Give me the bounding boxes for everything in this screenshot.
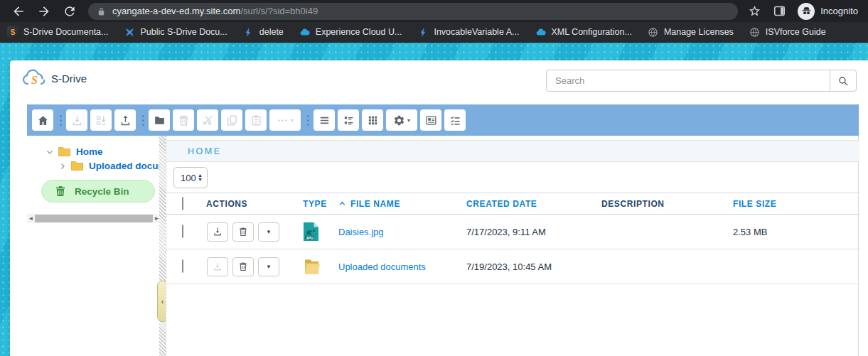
new-folder-icon bbox=[154, 114, 166, 126]
folder-name-link[interactable]: Uploaded documents bbox=[338, 261, 426, 272]
settings-button[interactable]: ▾ bbox=[386, 109, 417, 131]
download-button[interactable] bbox=[207, 222, 228, 242]
bookmark-item[interactable]: Manage Licenses bbox=[648, 26, 734, 38]
side-panel-icon[interactable] bbox=[773, 4, 786, 18]
search-box bbox=[546, 70, 857, 92]
bookmark-item[interactable]: delete bbox=[243, 26, 284, 38]
grid-view-icon bbox=[367, 114, 379, 126]
download-multiple-button bbox=[90, 109, 112, 131]
bookmark-star-icon[interactable] bbox=[748, 4, 761, 18]
tree-horizontal-scrollbar[interactable]: ◄ ► bbox=[27, 214, 161, 223]
caret-down-icon: ▾ bbox=[407, 117, 410, 124]
scroll-left-icon[interactable]: ◄ bbox=[27, 214, 35, 223]
globe-icon bbox=[749, 26, 761, 38]
bookmark-item[interactable]: InvocableVariable A... bbox=[417, 26, 519, 38]
jpg-file-icon: JPG bbox=[303, 222, 338, 242]
tree-item-uploaded-documents[interactable]: Uploaded documents bbox=[58, 158, 159, 173]
incognito-label: Incognito bbox=[820, 6, 858, 16]
file-size-cell: 2.53 MB bbox=[733, 227, 859, 237]
bookmark-item[interactable]: ISVforce Guide bbox=[749, 26, 826, 38]
home-icon bbox=[37, 114, 49, 126]
content-view-icon bbox=[425, 114, 437, 126]
caret-down-icon: ▼ bbox=[266, 229, 272, 235]
topbar-right: Incognito bbox=[748, 3, 868, 20]
page-size-value: 100 bbox=[181, 173, 198, 183]
column-header-type[interactable]: TYPE bbox=[303, 199, 338, 209]
stepper-down-icon[interactable]: ▼ bbox=[198, 178, 203, 182]
copy-button bbox=[221, 109, 242, 131]
bookmark-item[interactable]: XML Configuration... bbox=[535, 26, 631, 38]
paste-icon bbox=[250, 114, 262, 126]
download-button bbox=[66, 109, 87, 131]
search-input[interactable] bbox=[547, 70, 830, 91]
row-menu-button[interactable]: ▼ bbox=[258, 222, 279, 242]
search-button[interactable] bbox=[830, 70, 856, 91]
row-checkbox[interactable] bbox=[182, 259, 183, 273]
sort-ascending-icon bbox=[338, 200, 346, 207]
list-view-icon bbox=[318, 114, 331, 126]
reload-icon[interactable] bbox=[63, 4, 77, 18]
bookmark-label: XML Configuration... bbox=[551, 27, 631, 37]
url-bar[interactable]: cyangate-a-dev-ed.my.site.com/surl/s/?si… bbox=[88, 3, 738, 20]
upload-button[interactable] bbox=[114, 109, 136, 131]
home-button[interactable] bbox=[32, 109, 53, 131]
x-mark-icon bbox=[124, 26, 135, 38]
new-folder-button[interactable] bbox=[149, 109, 170, 131]
globe-icon bbox=[648, 26, 659, 38]
forward-icon[interactable] bbox=[37, 4, 51, 18]
lock-icon bbox=[97, 6, 106, 16]
column-header-created-date[interactable]: CREATED DATE bbox=[466, 199, 601, 209]
bookmark-item[interactable]: Public S-Drive Docu... bbox=[124, 26, 227, 38]
file-name-link[interactable]: Daisies.jpg bbox=[338, 227, 384, 237]
caret-down-icon: ▾ bbox=[291, 117, 294, 124]
content-view-button[interactable] bbox=[420, 109, 441, 131]
row-checkbox[interactable] bbox=[182, 225, 183, 238]
row-menu-button[interactable]: ▼ bbox=[258, 257, 279, 276]
recycle-bin-button[interactable]: Recycle Bin bbox=[41, 180, 155, 203]
scrollbar-thumb[interactable] bbox=[35, 215, 153, 222]
lightning-icon bbox=[417, 26, 429, 38]
tree-item-label[interactable]: Home bbox=[76, 146, 103, 157]
sdrive-card: S S-Drive ▾▾ Home Uploaded documents Rec… bbox=[10, 60, 868, 356]
cloud-icon bbox=[535, 26, 546, 38]
breadcrumb-bar: HOME bbox=[166, 140, 859, 162]
copy-icon bbox=[226, 114, 238, 126]
caret-down-icon: ▼ bbox=[266, 264, 272, 270]
bookmark-label: Public S-Drive Docu... bbox=[140, 27, 227, 37]
chevron-down-icon[interactable] bbox=[45, 146, 55, 156]
created-date-cell: 7/17/2023, 9:11 AM bbox=[466, 227, 601, 237]
bookmark-item[interactable]: SS-Drive Documenta... bbox=[7, 26, 108, 38]
detail-view-button[interactable] bbox=[338, 109, 359, 131]
created-date-cell: 7/19/2023, 10:45 AM bbox=[466, 261, 601, 272]
column-header-file-name[interactable]: FILE NAME bbox=[338, 199, 466, 209]
panel-splitter[interactable] bbox=[159, 136, 166, 356]
column-header-description: DESCRIPTION bbox=[601, 199, 733, 209]
more-icon bbox=[277, 114, 289, 126]
screen: cyangate-a-dev-ed.my.site.com/surl/s/?si… bbox=[0, 0, 868, 356]
column-header-file-size[interactable]: FILE SIZE bbox=[733, 199, 859, 209]
tree-item-home[interactable]: Home bbox=[45, 144, 103, 158]
bookmark-item[interactable]: Experience Cloud U... bbox=[299, 26, 402, 38]
page-size-stepper[interactable]: 100 ▲ ▼ bbox=[173, 167, 208, 188]
grid-view-button[interactable] bbox=[362, 109, 383, 131]
delete-icon bbox=[178, 114, 190, 126]
breadcrumb[interactable]: HOME bbox=[188, 146, 222, 156]
chevron-right-icon[interactable] bbox=[58, 161, 68, 171]
folder-icon bbox=[71, 161, 83, 171]
table-row: ▼ Uploaded documents 7/19/2023, 10:45 AM bbox=[166, 249, 859, 284]
download-button bbox=[207, 257, 228, 276]
tree-item-label[interactable]: Uploaded documents bbox=[89, 161, 159, 171]
delete-button[interactable] bbox=[232, 222, 254, 242]
download-multiple-icon bbox=[95, 114, 107, 126]
folder-icon bbox=[303, 258, 338, 276]
folder-tree-panel: Home Uploaded documents Recycle Bin ◄ ► bbox=[27, 136, 159, 356]
delete-button[interactable] bbox=[232, 257, 254, 276]
column-header-actions: ACTIONS bbox=[206, 199, 303, 209]
bookmarks-bar: SS-Drive Documenta...Public S-Drive Docu… bbox=[0, 22, 868, 43]
url-path: /surl/s/?sid=bh0i49 bbox=[240, 6, 318, 16]
back-icon[interactable] bbox=[11, 4, 26, 18]
select-all-checkbox[interactable] bbox=[182, 197, 183, 210]
multiselect-button[interactable] bbox=[444, 109, 466, 131]
url-domain: cyangate-a-dev-ed.my.site.com bbox=[112, 6, 240, 16]
list-view-button[interactable] bbox=[314, 109, 335, 131]
